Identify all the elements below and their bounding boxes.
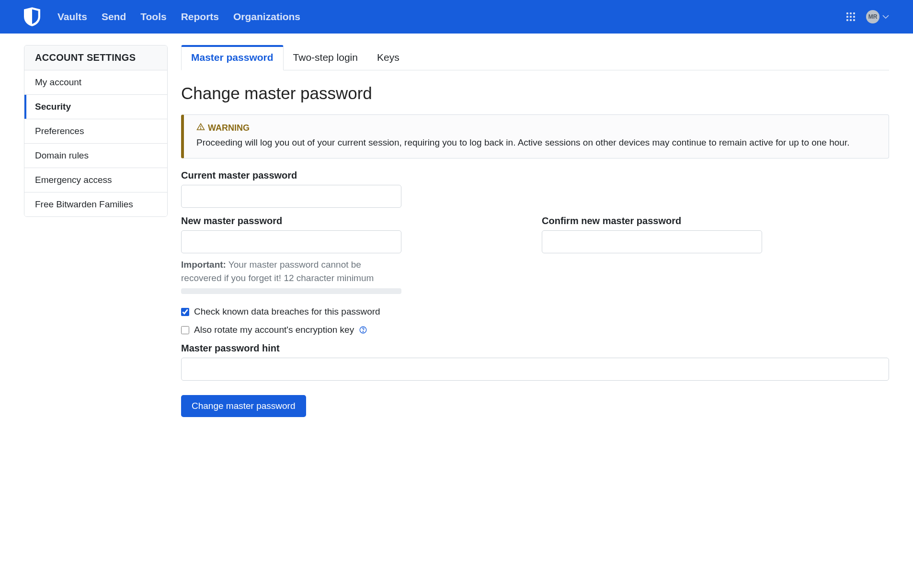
warning-callout: WARNING Proceeding will log you out of y…: [181, 114, 889, 158]
nav-links: Vaults Send Tools Reports Organizations: [57, 11, 846, 23]
new-password-input[interactable]: [181, 230, 401, 253]
sidebar-item-domain-rules[interactable]: Domain rules: [24, 144, 167, 168]
sidebar: ACCOUNT SETTINGS My account Security Pre…: [24, 45, 168, 417]
change-master-password-button[interactable]: Change master password: [181, 395, 306, 417]
check-breaches-label: Check known data breaches for this passw…: [194, 306, 380, 317]
nav-link-tools[interactable]: Tools: [140, 11, 166, 23]
nav-link-vaults[interactable]: Vaults: [57, 11, 87, 23]
rotate-key-checkbox[interactable]: [181, 326, 189, 334]
svg-rect-4: [850, 16, 852, 18]
tabs: Master password Two-step login Keys: [181, 45, 889, 70]
svg-rect-7: [850, 19, 852, 21]
sidebar-item-security[interactable]: Security: [24, 95, 167, 119]
password-hint-input[interactable]: [181, 358, 889, 381]
nav-link-organizations[interactable]: Organizations: [233, 11, 300, 23]
check-breaches-checkbox[interactable]: [181, 308, 189, 316]
svg-rect-1: [850, 12, 852, 14]
svg-rect-5: [853, 16, 855, 18]
sidebar-item-emergency-access[interactable]: Emergency access: [24, 168, 167, 192]
new-password-hint: Important: Your master password cannot b…: [181, 258, 377, 284]
sidebar-item-preferences[interactable]: Preferences: [24, 119, 167, 144]
svg-rect-6: [846, 19, 848, 21]
apps-grid-icon[interactable]: [846, 12, 856, 22]
current-password-label: Current master password: [181, 170, 889, 181]
tab-two-step-login[interactable]: Two-step login: [284, 45, 367, 70]
svg-point-10: [200, 128, 201, 129]
new-password-label: New master password: [181, 215, 528, 226]
confirm-password-input[interactable]: [542, 230, 762, 253]
svg-rect-8: [853, 19, 855, 21]
password-strength-meter: [181, 288, 401, 294]
chevron-down-icon: [882, 11, 889, 22]
hint-important-label: Important:: [181, 260, 226, 270]
svg-rect-0: [846, 12, 848, 14]
svg-rect-3: [846, 16, 848, 18]
sidebar-item-my-account[interactable]: My account: [24, 70, 167, 95]
app-logo-icon[interactable]: [24, 7, 40, 26]
warning-body: Proceeding will log you out of your curr…: [196, 136, 878, 149]
page-title: Change master password: [181, 84, 889, 103]
nav-link-send[interactable]: Send: [102, 11, 126, 23]
warning-triangle-icon: [196, 123, 205, 134]
nav-link-reports[interactable]: Reports: [181, 11, 219, 23]
svg-point-12: [363, 331, 363, 332]
password-hint-label: Master password hint: [181, 343, 889, 354]
current-password-input[interactable]: [181, 185, 401, 208]
tab-keys[interactable]: Keys: [367, 45, 409, 70]
main-content: Master password Two-step login Keys Chan…: [181, 45, 889, 417]
help-circle-icon[interactable]: [359, 326, 367, 334]
warning-title: WARNING: [208, 123, 250, 133]
confirm-password-label: Confirm new master password: [542, 215, 889, 226]
sidebar-header: ACCOUNT SETTINGS: [24, 45, 167, 70]
rotate-key-label: Also rotate my account's encryption key: [194, 325, 354, 335]
account-menu[interactable]: MR: [866, 10, 889, 23]
svg-rect-2: [853, 12, 855, 14]
tab-master-password[interactable]: Master password: [181, 45, 284, 70]
avatar: MR: [866, 10, 879, 23]
top-navbar: Vaults Send Tools Reports Organizations …: [0, 0, 913, 34]
sidebar-item-free-families[interactable]: Free Bitwarden Families: [24, 192, 167, 216]
nav-right: MR: [846, 10, 889, 23]
